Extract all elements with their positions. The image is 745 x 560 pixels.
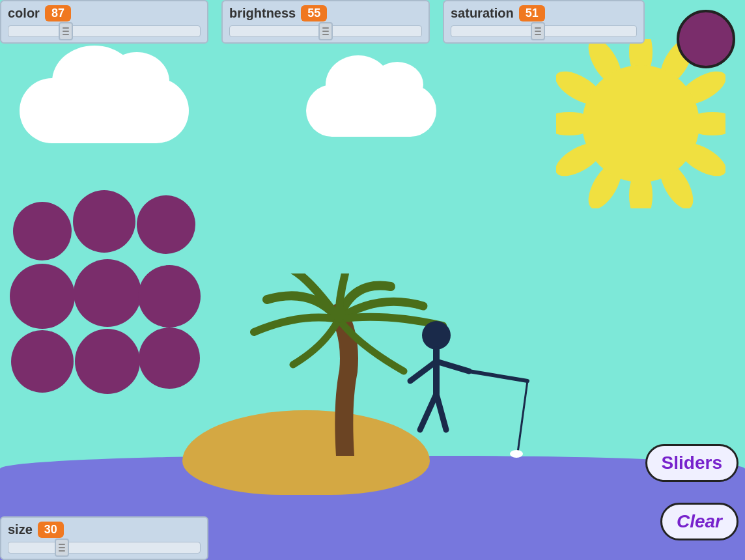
color-value-badge: 87 xyxy=(45,5,71,21)
size-value-badge: 30 xyxy=(38,522,64,538)
size-slider-panel: size 30 xyxy=(0,516,208,560)
svg-point-21 xyxy=(139,328,200,389)
svg-point-20 xyxy=(75,329,140,394)
size-slider-track[interactable] xyxy=(8,542,201,553)
color-slider-track[interactable] xyxy=(8,25,201,37)
svg-point-13 xyxy=(13,202,72,260)
svg-point-14 xyxy=(73,190,135,253)
svg-line-26 xyxy=(469,371,527,381)
color-preview-circle xyxy=(677,10,735,68)
brightness-slider-thumb[interactable] xyxy=(318,22,333,40)
sliders-button[interactable]: Sliders xyxy=(645,444,738,482)
size-label: size xyxy=(8,522,33,537)
size-slider-thumb[interactable] xyxy=(55,539,69,557)
stick-figure-svg xyxy=(397,309,560,459)
svg-line-27 xyxy=(518,381,527,453)
svg-point-15 xyxy=(137,195,195,254)
svg-point-16 xyxy=(10,264,75,329)
color-slider-thumb[interactable] xyxy=(59,22,73,40)
svg-point-22 xyxy=(422,321,451,350)
color-slider-panel: color 87 xyxy=(0,0,208,44)
saturation-slider-panel: saturation 51 xyxy=(443,0,645,44)
color-label: color xyxy=(8,6,40,21)
brightness-value-badge: 55 xyxy=(301,5,327,21)
brightness-slider-track[interactable] xyxy=(229,25,422,37)
saturation-slider-track[interactable] xyxy=(451,25,637,37)
svg-line-24 xyxy=(410,361,436,381)
clear-button[interactable]: Clear xyxy=(660,503,738,540)
cloud-right xyxy=(306,85,436,137)
brightness-slider-panel: brightness 55 xyxy=(221,0,430,44)
saturation-value-badge: 51 xyxy=(519,5,545,21)
saturation-slider-thumb[interactable] xyxy=(531,22,545,40)
saturation-label: saturation xyxy=(451,6,514,21)
svg-line-29 xyxy=(436,394,446,430)
drawing-canvas[interactable]: color 87 brightness 55 xyxy=(0,0,745,560)
svg-point-30 xyxy=(510,450,523,458)
svg-line-25 xyxy=(436,361,469,371)
svg-line-28 xyxy=(420,394,436,430)
brightness-label: brightness xyxy=(229,6,296,21)
sun-shape xyxy=(582,65,699,182)
svg-point-17 xyxy=(74,259,141,327)
svg-point-18 xyxy=(138,265,201,328)
cloud-left xyxy=(20,78,189,143)
svg-point-19 xyxy=(11,330,74,393)
